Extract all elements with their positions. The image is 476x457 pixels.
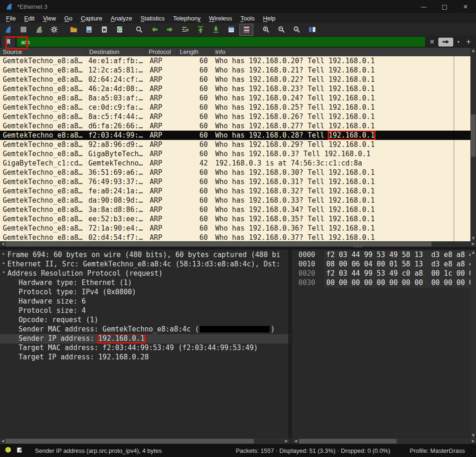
detail-line[interactable]: Opcode: request (1) — [0, 316, 288, 325]
resize-grip[interactable]: ⋰ — [470, 451, 475, 457]
capture-comment-icon[interactable] — [16, 447, 23, 455]
zoom-in-button[interactable] — [259, 24, 273, 36]
close-file-button[interactable] — [97, 24, 111, 36]
packet-row[interactable]: GemtekTechno_e8:a8…02:64:24:cf:…ARP60Who… — [0, 75, 470, 84]
detail-line[interactable]: ▾Address Resolution Protocol (request) — [0, 269, 288, 278]
packet-row[interactable]: GigaByteTech_c1:cd…GemtekTechno…ARP42192… — [0, 159, 470, 168]
detail-line[interactable]: Hardware size: 6 — [0, 297, 288, 306]
restart-capture-button[interactable] — [32, 24, 46, 36]
filter-apply-button[interactable] — [438, 38, 453, 46]
column-header-length[interactable]: Length — [177, 48, 212, 56]
column-header-destination[interactable]: Destination — [86, 48, 146, 56]
filter-add-button[interactable]: + — [463, 37, 474, 46]
packet-list-vscrollbar[interactable]: ▲ ▼ — [470, 48, 476, 241]
packet-row[interactable]: GemtekTechno_e8:a8…72:1a:90:e4:…ARP60Who… — [0, 224, 470, 233]
vscroll-thumb[interactable] — [471, 114, 476, 157]
find-packet-button[interactable] — [132, 24, 146, 36]
detail-line[interactable]: Sender MAC address: GemtekTechno_e8:a8:4… — [0, 325, 288, 334]
column-header-protocol[interactable]: Protocol — [146, 48, 177, 56]
capture-options-button[interactable] — [47, 24, 61, 36]
hscroll-thumb[interactable] — [6, 242, 431, 246]
go-last-packet-button[interactable] — [209, 24, 223, 36]
hex-row[interactable]: 003000 00 00 00 00 00 00 00 00 00 00 00 — [292, 278, 470, 288]
hex-row[interactable]: 0020f2 03 44 99 53 49 c0 a8 00 1c 00 00 — [292, 269, 470, 278]
packet-row[interactable]: GemtekTechno_e8:a8…76:49:93:37:…ARP60Who… — [0, 177, 470, 186]
scroll-right-icon[interactable]: ▶ — [470, 241, 476, 247]
menu-analyze[interactable]: Analyze — [106, 14, 136, 23]
detail-line[interactable]: Sender IP address: 192.168.0.1 — [0, 334, 288, 344]
menu-view[interactable]: View — [39, 14, 60, 23]
column-divider[interactable] — [454, 56, 454, 241]
go-forward-button[interactable] — [163, 24, 177, 36]
bytes-hscrollbar[interactable]: ◀ ▶ — [293, 438, 476, 444]
menu-wireless[interactable]: Wireless — [205, 14, 237, 23]
collapse-icon[interactable]: ▾ — [0, 269, 7, 278]
details-hscrollbar[interactable]: ◀ ▶ — [0, 438, 289, 444]
reload-file-button[interactable] — [112, 24, 126, 36]
zoom-out-button[interactable] — [274, 24, 288, 36]
filter-dropdown-caret[interactable]: ▼ — [456, 40, 461, 44]
detail-line[interactable]: ▸Frame 694: 60 bytes on wire (480 bits),… — [0, 251, 288, 260]
stop-capture-button[interactable] — [16, 24, 30, 36]
filter-bookmark-button[interactable] — [2, 36, 14, 47]
profile-label[interactable]: Profile: MasterGrass — [410, 447, 465, 454]
colorize-packets-button[interactable] — [224, 24, 238, 36]
packet-row[interactable]: GemtekTechno_e8:a8…8a:c5:f4:44:…ARP60Who… — [0, 112, 470, 121]
scroll-up-icon[interactable]: ▲ — [470, 48, 476, 53]
packet-row[interactable]: GemtekTechno_e8:a8…12:2c:a5:81:…ARP60Who… — [0, 66, 470, 75]
open-file-button[interactable] — [66, 24, 80, 36]
menu-file[interactable]: File — [2, 14, 20, 23]
packet-row[interactable]: GemtekTechno_e8:a8…3a:8a:d8:86:…ARP60Who… — [0, 205, 470, 214]
hex-row[interactable]: 001008 00 06 04 00 01 58 13 d3 e8 a8 4c — [292, 260, 470, 269]
menu-tools[interactable]: Tools — [236, 14, 258, 23]
display-filter-input[interactable] — [17, 37, 425, 47]
packet-row[interactable]: GemtekTechno_e8:a8…GigaByteTech…ARP60Who… — [0, 149, 470, 159]
packet-row[interactable]: GemtekTechno_e8:a8…fe:a0:24:1a:…ARP60Who… — [0, 186, 470, 196]
detail-line[interactable]: Target IP address: 192.168.0.28 — [0, 353, 288, 362]
bytes-vscrollbar[interactable]: ▲ ▼ — [470, 250, 476, 438]
scroll-down-icon[interactable]: ▼ — [470, 433, 476, 438]
packet-row[interactable]: GemtekTechno_e8:a8…92:a8:96:d9:…ARP60Who… — [0, 140, 470, 149]
packet-row[interactable]: GemtekTechno_e8:a8…02:d4:54:f7:…ARP60Who… — [0, 233, 470, 241]
packet-row[interactable]: GemtekTechno_e8:a8…46:2a:4d:08:…ARP60Who… — [0, 84, 470, 93]
maximize-button[interactable]: □ — [434, 0, 455, 13]
hscroll-thumb[interactable] — [299, 439, 397, 444]
scroll-right-icon[interactable]: ▶ — [470, 438, 476, 444]
menu-statistics[interactable]: Statistics — [136, 14, 169, 23]
packet-row[interactable]: GemtekTechno_e8:a8…f2:03:44:99:…ARP60Who… — [0, 131, 470, 140]
scroll-right-icon[interactable]: ▶ — [284, 438, 289, 444]
menu-capture[interactable]: Capture — [77, 14, 106, 23]
go-to-packet-button[interactable] — [178, 24, 192, 36]
hscroll-thumb[interactable] — [6, 439, 254, 444]
close-button[interactable]: ✕ — [455, 0, 476, 13]
zoom-reset-button[interactable]: 1 — [290, 24, 304, 36]
packet-row[interactable]: GemtekTechno_e8:a8…da:90:08:9d:…ARP60Who… — [0, 196, 470, 205]
column-header-info[interactable]: Info — [212, 48, 470, 56]
expand-icon[interactable]: ▸ — [0, 251, 7, 260]
detail-line[interactable]: Target MAC address: f2:03:44:99:53:49 (f… — [0, 344, 288, 353]
filter-clear-button[interactable]: ✕ — [428, 38, 436, 46]
menu-help[interactable]: Help — [259, 14, 280, 23]
save-file-button[interactable] — [82, 24, 96, 36]
scroll-left-icon[interactable]: ◀ — [293, 438, 298, 444]
scroll-left-icon[interactable]: ◀ — [0, 241, 6, 247]
go-back-button[interactable] — [147, 24, 161, 36]
packet-list-hscrollbar[interactable]: ◀ ▶ — [0, 241, 476, 247]
detail-line[interactable]: ▸Ethernet II, Src: GemtekTechno_e8:a8:4c… — [0, 260, 288, 269]
packet-row[interactable]: GemtekTechno_e8:a8…ee:52:b3:ee:…ARP60Who… — [0, 214, 470, 224]
detail-line[interactable]: Protocol size: 4 — [0, 306, 288, 316]
start-capture-button[interactable] — [1, 24, 15, 36]
menu-telephony[interactable]: Telephony — [169, 14, 205, 23]
scroll-left-icon[interactable]: ◀ — [0, 438, 6, 444]
column-header-source[interactable]: Source — [0, 48, 86, 56]
menu-edit[interactable]: Edit — [20, 14, 39, 23]
packet-row[interactable]: GemtekTechno_e8:a8…4e:e1:af:fb:…ARP60Who… — [0, 56, 470, 66]
pane-vertical-splitter[interactable] — [288, 250, 292, 438]
packet-row[interactable]: GemtekTechno_e8:a8…36:51:69:a6:…ARP60Who… — [0, 168, 470, 177]
go-first-packet-button[interactable] — [193, 24, 207, 36]
hex-row[interactable]: 0000f2 03 44 99 53 49 58 13 d3 e8 a8 4c — [292, 251, 470, 260]
packet-row[interactable]: GemtekTechno_e8:a8…d6:fa:26:66:…ARP60Who… — [0, 121, 470, 131]
resize-columns-button[interactable] — [305, 24, 319, 36]
detail-line[interactable]: Hardware type: Ethernet (1) — [0, 278, 288, 288]
detail-line[interactable]: Protocol type: IPv4 (0x0800) — [0, 288, 288, 297]
